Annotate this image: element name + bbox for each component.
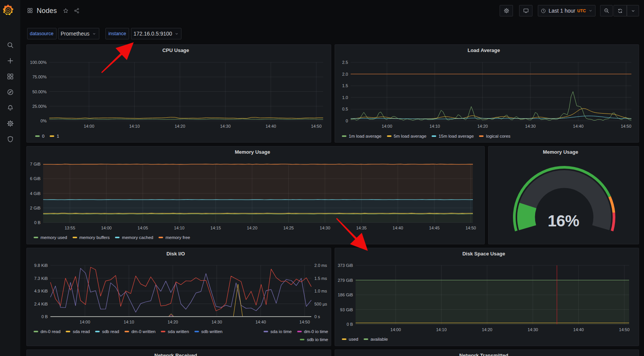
svg-text:373 GiB: 373 GiB (338, 263, 353, 268)
svg-text:14:30: 14:30 (212, 320, 222, 324)
svg-text:14:15: 14:15 (210, 226, 221, 230)
svg-text:14:10: 14:10 (174, 226, 184, 230)
svg-text:14:20: 14:20 (482, 327, 492, 332)
svg-text:14:35: 14:35 (356, 226, 367, 230)
svg-text:0 B: 0 B (41, 314, 48, 319)
svg-text:0 B: 0 B (34, 220, 40, 225)
svg-text:14:00: 14:00 (84, 124, 94, 128)
svg-text:9.8 KiB: 9.8 KiB (34, 263, 48, 268)
svg-text:2.5: 2.5 (342, 60, 348, 65)
svg-text:14:30: 14:30 (320, 226, 330, 230)
svg-text:14:50: 14:50 (621, 124, 631, 128)
svg-text:75.00%: 75.00% (32, 75, 47, 79)
svg-text:93 GiB: 93 GiB (340, 307, 353, 312)
svg-text:14:10: 14:10 (124, 320, 134, 324)
svg-text:1.0: 1.0 (342, 95, 348, 100)
svg-text:16%: 16% (548, 212, 579, 230)
svg-text:14:40: 14:40 (573, 124, 584, 128)
svg-text:14:20: 14:20 (247, 226, 257, 230)
svg-text:0%: 0% (40, 119, 47, 123)
svg-text:14:00: 14:00 (101, 226, 112, 230)
svg-text:14:20: 14:20 (477, 124, 488, 128)
svg-text:0 s: 0 s (314, 314, 320, 319)
svg-text:0: 0 (346, 119, 348, 123)
svg-text:25.00%: 25.00% (32, 104, 47, 109)
svg-text:4 GiB: 4 GiB (30, 191, 40, 196)
svg-text:2.0: 2.0 (342, 72, 348, 76)
svg-text:14:00: 14:00 (382, 124, 392, 128)
svg-text:2.0 ms: 2.0 ms (314, 263, 327, 268)
svg-text:14:25: 14:25 (283, 226, 294, 230)
svg-text:7 GiB: 7 GiB (30, 162, 40, 166)
svg-text:4.9 KiB: 4.9 KiB (34, 289, 48, 293)
svg-text:14:05: 14:05 (138, 226, 148, 230)
svg-text:14:00: 14:00 (390, 327, 401, 332)
svg-text:14:50: 14:50 (311, 124, 322, 128)
svg-text:14:40: 14:40 (265, 124, 276, 128)
svg-text:14:50: 14:50 (299, 320, 310, 324)
svg-text:500 µs: 500 µs (314, 302, 327, 306)
svg-text:14:45: 14:45 (429, 226, 440, 230)
svg-text:14:00: 14:00 (80, 320, 91, 324)
svg-text:2 GiB: 2 GiB (30, 206, 40, 210)
svg-text:14:30: 14:30 (527, 327, 538, 332)
svg-text:14:10: 14:10 (129, 124, 140, 128)
svg-text:14:20: 14:20 (175, 124, 185, 128)
svg-text:14:30: 14:30 (220, 124, 231, 128)
svg-text:14:40: 14:40 (573, 327, 584, 332)
svg-text:13:55: 13:55 (65, 226, 75, 230)
svg-text:7.3 KiB: 7.3 KiB (34, 276, 48, 281)
svg-text:14:40: 14:40 (393, 226, 403, 230)
svg-text:14:10: 14:10 (429, 124, 440, 128)
svg-text:50.00%: 50.00% (32, 89, 47, 94)
svg-text:14:50: 14:50 (466, 226, 476, 230)
svg-text:186 GiB: 186 GiB (338, 293, 353, 297)
svg-text:14:30: 14:30 (525, 124, 536, 128)
svg-text:14:40: 14:40 (256, 320, 266, 324)
svg-text:14:10: 14:10 (436, 327, 447, 332)
svg-text:14:20: 14:20 (168, 320, 178, 324)
svg-text:1.5: 1.5 (342, 83, 348, 88)
svg-text:1.5 ms: 1.5 ms (314, 276, 327, 281)
svg-text:2.4 KiB: 2.4 KiB (34, 302, 48, 306)
svg-text:1.0 ms: 1.0 ms (314, 289, 327, 293)
svg-text:6 GiB: 6 GiB (30, 176, 40, 181)
svg-text:100.00%: 100.00% (30, 60, 47, 65)
svg-text:279 GiB: 279 GiB (338, 278, 353, 283)
svg-text:14:50: 14:50 (619, 327, 630, 332)
svg-text:0 B: 0 B (346, 322, 353, 327)
svg-text:0.5: 0.5 (342, 107, 348, 111)
